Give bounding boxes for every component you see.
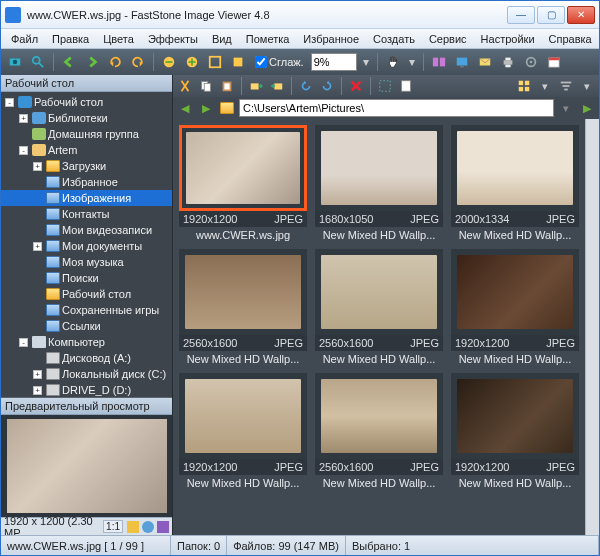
thumb-image[interactable] xyxy=(179,373,307,459)
minimize-button[interactable]: — xyxy=(507,6,535,24)
tree-item[interactable]: +DRIVE_D (D:) xyxy=(1,382,172,397)
rotate-right-icon[interactable] xyxy=(318,77,336,95)
print-icon[interactable] xyxy=(498,52,518,72)
expander-icon[interactable]: - xyxy=(19,146,28,155)
paste-icon[interactable] xyxy=(218,77,236,95)
thumb-image[interactable] xyxy=(315,125,443,211)
smooth-toggle[interactable]: Сглаж. xyxy=(255,56,304,68)
preview-ratio[interactable]: 1:1 xyxy=(103,520,123,533)
thumb-image[interactable] xyxy=(315,249,443,335)
tree-item[interactable]: +Дисковод (A:) xyxy=(1,350,172,366)
tree-item[interactable]: +Избранное xyxy=(1,174,172,190)
filter-icon[interactable] xyxy=(557,77,575,95)
expander-icon[interactable]: - xyxy=(19,338,28,347)
email-icon[interactable] xyxy=(475,52,495,72)
calendar-icon[interactable] xyxy=(544,52,564,72)
thumbnail[interactable]: 1920x1200JPEGwww.CWER.ws.jpg xyxy=(179,125,307,241)
delete-icon[interactable] xyxy=(347,77,365,95)
thumb-image[interactable] xyxy=(451,125,579,211)
rating-icon[interactable] xyxy=(127,521,139,533)
tree-item[interactable]: +Библиотеки xyxy=(1,110,172,126)
menu-settings[interactable]: Настройки xyxy=(475,32,541,46)
menu-view[interactable]: Вид xyxy=(206,32,238,46)
menu-colors[interactable]: Цвета xyxy=(97,32,140,46)
back-icon[interactable] xyxy=(59,52,79,72)
thumbnail[interactable]: 1920x1200JPEGNew Mixed HD Wallp... xyxy=(179,373,307,489)
zoom-input[interactable] xyxy=(311,53,357,71)
undo-icon[interactable] xyxy=(105,52,125,72)
scrollbar[interactable] xyxy=(585,119,599,535)
tree-item[interactable]: +Моя музыка xyxy=(1,254,172,270)
folder-icon[interactable] xyxy=(218,99,236,117)
preview-image[interactable] xyxy=(1,415,172,517)
thumb-image[interactable] xyxy=(179,125,307,211)
menu-effects[interactable]: Эффекты xyxy=(142,32,204,46)
tree-item[interactable]: +Загрузки xyxy=(1,158,172,174)
move-to-icon[interactable] xyxy=(268,77,286,95)
expander-icon[interactable]: + xyxy=(33,242,42,251)
tree-item[interactable]: +Ссылки xyxy=(1,318,172,334)
zoom-camera-icon[interactable] xyxy=(5,52,25,72)
zoom-in-icon[interactable] xyxy=(182,52,202,72)
select-all-icon[interactable] xyxy=(376,77,394,95)
forward-icon[interactable] xyxy=(82,52,102,72)
thumb-image[interactable] xyxy=(315,373,443,459)
menu-favorites[interactable]: Избранное xyxy=(297,32,365,46)
menu-help[interactable]: Справка xyxy=(543,32,598,46)
close-button[interactable]: ✕ xyxy=(567,6,595,24)
tree-item[interactable]: -Компьютер xyxy=(1,334,172,350)
thumbnail[interactable]: 1920x1200JPEGNew Mixed HD Wallp... xyxy=(451,373,579,489)
thumbnail[interactable]: 1680x1050JPEGNew Mixed HD Wallp... xyxy=(315,125,443,241)
menu-edit[interactable]: Правка xyxy=(46,32,95,46)
expander-icon[interactable]: + xyxy=(33,162,42,171)
zoom-out-icon[interactable] xyxy=(159,52,179,72)
hand-tool-icon[interactable] xyxy=(383,52,403,72)
thumb-image[interactable] xyxy=(451,249,579,335)
view-mode-icon[interactable] xyxy=(515,77,533,95)
folder-tree[interactable]: -Рабочий стол+Библиотеки+Домашняя группа… xyxy=(1,92,172,397)
tree-item[interactable]: +Контакты xyxy=(1,206,172,222)
thumb-image[interactable] xyxy=(451,373,579,459)
hand-dropdown-icon[interactable]: ▾ xyxy=(406,52,418,72)
redo-icon[interactable] xyxy=(128,52,148,72)
nav-fwd-icon[interactable]: ▶ xyxy=(197,99,215,117)
settings-icon[interactable] xyxy=(521,52,541,72)
menu-file[interactable]: Файл xyxy=(5,32,44,46)
tree-item[interactable]: +Локальный диск (C:) xyxy=(1,366,172,382)
thumbnail[interactable]: 2560x1600JPEGNew Mixed HD Wallp... xyxy=(179,249,307,365)
zoom-dropdown-icon[interactable]: ▾ xyxy=(360,52,372,72)
expander-icon[interactable]: + xyxy=(33,386,42,395)
expander-icon[interactable]: + xyxy=(33,370,42,379)
thumbnail[interactable]: 2560x1600JPEGNew Mixed HD Wallp... xyxy=(315,373,443,489)
thumbnail[interactable]: 2560x1600JPEGNew Mixed HD Wallp... xyxy=(315,249,443,365)
tree-item[interactable]: +Сохраненные игры xyxy=(1,302,172,318)
tree-item[interactable]: +Поиски xyxy=(1,270,172,286)
compare-icon[interactable] xyxy=(429,52,449,72)
cut-icon[interactable] xyxy=(176,77,194,95)
filter-dropdown-icon[interactable]: ▾ xyxy=(578,77,596,95)
nav-back-icon[interactable]: ◀ xyxy=(176,99,194,117)
smooth-checkbox[interactable] xyxy=(255,56,267,68)
path-input[interactable] xyxy=(239,99,554,117)
tree-item[interactable]: +Изображения xyxy=(1,190,172,206)
copy-to-icon[interactable] xyxy=(247,77,265,95)
thumbnail[interactable]: 1920x1200JPEGNew Mixed HD Wallp... xyxy=(451,249,579,365)
thumbnail[interactable]: 2000x1334JPEGNew Mixed HD Wallp... xyxy=(451,125,579,241)
thumbnail-grid[interactable]: 1920x1200JPEGwww.CWER.ws.jpg1680x1050JPE… xyxy=(173,119,585,535)
properties-icon[interactable] xyxy=(397,77,415,95)
path-dropdown-icon[interactable]: ▾ xyxy=(557,99,575,117)
fit-window-icon[interactable] xyxy=(205,52,225,72)
rotate-left-icon[interactable] xyxy=(297,77,315,95)
copy-icon[interactable] xyxy=(197,77,215,95)
expander-icon[interactable]: - xyxy=(5,98,14,107)
actual-size-icon[interactable] xyxy=(228,52,248,72)
tree-item[interactable]: -Рабочий стол xyxy=(1,94,172,110)
tree-item[interactable]: +Рабочий стол xyxy=(1,286,172,302)
menu-tools[interactable]: Сервис xyxy=(423,32,473,46)
menu-create[interactable]: Создать xyxy=(367,32,421,46)
histogram-icon[interactable] xyxy=(157,521,169,533)
expander-icon[interactable]: + xyxy=(19,114,28,123)
maximize-button[interactable]: ▢ xyxy=(537,6,565,24)
menu-tag[interactable]: Пометка xyxy=(240,32,296,46)
go-icon[interactable]: ▶ xyxy=(578,99,596,117)
